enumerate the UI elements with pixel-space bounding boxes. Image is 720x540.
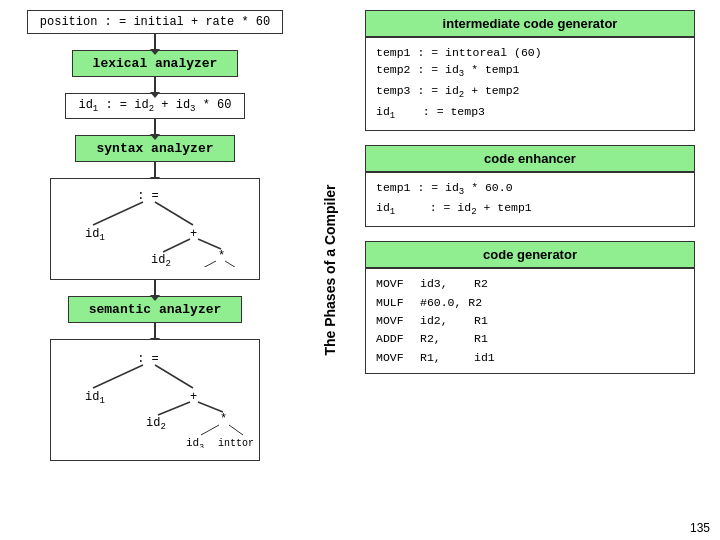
code-row-3: MOVF id2, R1 <box>376 312 684 330</box>
svg-text:inttoreal: inttoreal <box>218 438 253 448</box>
syntax-label: syntax analyzer <box>96 141 213 156</box>
semantic-tree-svg: : = id1 + id2 * id3 inttoreal <box>63 348 253 448</box>
generator-code-box: MOVF id3, R2 MULF #60.0, R2 MOVF id2, R1… <box>365 268 695 374</box>
svg-text:id2: id2 <box>146 416 166 432</box>
code-row-4: ADDF R2, R1 <box>376 330 684 348</box>
arg2-4: R1 <box>474 330 504 348</box>
lexical-label: lexical analyzer <box>93 56 218 71</box>
arg2-5: id1 <box>474 349 504 367</box>
svg-text:id2: id2 <box>151 253 171 267</box>
arg1-4: R2, <box>420 330 470 348</box>
arrow-5 <box>154 280 156 296</box>
arg1-2: #60.0, R2 <box>420 294 482 312</box>
token-expr-text: id1 : = id2 + id3 * 60 <box>78 98 231 112</box>
semantic-label: semantic analyzer <box>89 302 222 317</box>
arrow-1 <box>154 34 156 50</box>
arrow-6 <box>154 323 156 339</box>
op-3: MOVF <box>376 312 416 330</box>
syntax-tree-box: : = id1 + id2 * id3 60 <box>50 178 260 280</box>
intermediate-title: intermediate code generator <box>365 10 695 37</box>
arg1-5: R1, <box>420 349 470 367</box>
svg-line-5 <box>163 239 190 252</box>
svg-text:*: * <box>220 412 227 426</box>
svg-line-7 <box>198 239 221 249</box>
svg-text:id1: id1 <box>85 390 105 406</box>
svg-text:+: + <box>190 227 197 241</box>
semantic-tree-box: : = id1 + id2 * id3 inttoreal <box>50 339 260 461</box>
intermediate-code-box: temp1 : = inttoreal (60) temp2 : = id3 *… <box>365 37 695 131</box>
code-row-1: MOVF id3, R2 <box>376 275 684 293</box>
page-number: 135 <box>690 521 710 535</box>
op-2: MULF <box>376 294 416 312</box>
enhancer-section: code enhancer temp1 : = id3 * 60.0 id1 :… <box>365 145 695 228</box>
svg-line-1 <box>93 202 143 225</box>
enhancer-code-line-2: id1 : = id2 + temp1 <box>376 199 684 220</box>
op-4: ADDF <box>376 330 416 348</box>
enhancer-title: code enhancer <box>365 145 695 172</box>
svg-line-14 <box>93 365 143 388</box>
svg-line-22 <box>201 425 219 435</box>
position-expr-box: position : = initial + rate * 60 <box>27 10 283 34</box>
svg-line-9 <box>201 261 216 267</box>
page: position : = initial + rate * 60 lexical… <box>0 0 720 540</box>
arrow-4 <box>154 162 156 178</box>
arrow-3 <box>154 119 156 135</box>
arg2-3: R1 <box>474 312 504 330</box>
arrow-2 <box>154 77 156 93</box>
intermediate-code-line-2: temp2 : = id3 * temp1 <box>376 61 684 82</box>
generator-section: code generator MOVF id3, R2 MULF #60.0, … <box>365 241 695 374</box>
svg-line-3 <box>155 202 193 225</box>
svg-line-24 <box>229 425 243 435</box>
svg-text:: =: : = <box>137 189 159 203</box>
svg-line-16 <box>155 365 193 388</box>
code-row-2: MULF #60.0, R2 <box>376 294 684 312</box>
left-column: position : = initial + rate * 60 lexical… <box>10 10 300 461</box>
enhancer-code-line-1: temp1 : = id3 * 60.0 <box>376 179 684 200</box>
phases-title: The Phases of a Compiler <box>322 184 338 355</box>
intermediate-code-line-3: temp3 : = id2 + temp2 <box>376 82 684 103</box>
arg1-3: id2, <box>420 312 470 330</box>
op-5: MOVF <box>376 349 416 367</box>
intermediate-code-line-4: id1 : = temp3 <box>376 103 684 124</box>
svg-text:*: * <box>218 249 225 263</box>
arg2-1: R2 <box>474 275 504 293</box>
intermediate-section: intermediate code generator temp1 : = in… <box>365 10 695 131</box>
generator-title: code generator <box>365 241 695 268</box>
arg1-1: id3, <box>420 275 470 293</box>
op-1: MOVF <box>376 275 416 293</box>
enhancer-code-box: temp1 : = id3 * 60.0 id1 : = id2 + temp1 <box>365 172 695 228</box>
svg-line-18 <box>158 402 190 415</box>
svg-text:id1: id1 <box>85 227 105 243</box>
code-row-5: MOVF R1, id1 <box>376 349 684 367</box>
svg-text:id3: id3 <box>186 437 204 448</box>
svg-line-10 <box>225 261 238 267</box>
right-column: intermediate code generator temp1 : = in… <box>365 10 695 388</box>
svg-line-20 <box>198 402 223 412</box>
position-expr-text: position : = initial + rate * 60 <box>40 15 270 29</box>
syntax-tree-svg: : = id1 + id2 * id3 60 <box>63 187 253 267</box>
middle-column: The Phases of a Compiler <box>290 0 370 540</box>
svg-text:: =: : = <box>137 352 159 366</box>
svg-text:+: + <box>190 390 197 404</box>
intermediate-code-line-1: temp1 : = inttoreal (60) <box>376 44 684 61</box>
